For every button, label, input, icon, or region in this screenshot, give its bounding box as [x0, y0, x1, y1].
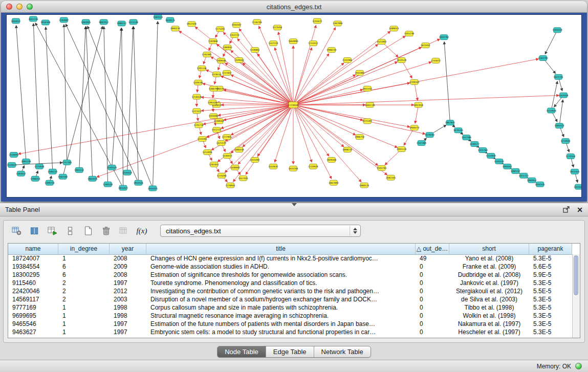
graph-node[interactable]: 1724046	[288, 102, 298, 108]
graph-node[interactable]: 1564794	[538, 56, 548, 61]
graph-node[interactable]: 1570023	[7, 162, 16, 167]
graph-node[interactable]: 1412725	[212, 127, 222, 133]
table-row[interactable]: 2242004622012Investigating the contribut…	[8, 287, 572, 295]
column-header-short[interactable]: short	[449, 244, 529, 254]
graph-node[interactable]: 1770554	[566, 154, 576, 159]
graph-node[interactable]: 1050105	[535, 182, 545, 187]
graph-node[interactable]: 1261651	[209, 162, 219, 167]
graph-node[interactable]: 1210634	[561, 139, 571, 144]
column-header-year[interactable]: year	[110, 244, 146, 254]
graph-node[interactable]: 1547386	[462, 135, 471, 140]
graph-node[interactable]: 2075397	[362, 119, 372, 124]
graph-edge[interactable]	[545, 30, 557, 54]
graph-edge[interactable]	[551, 81, 557, 111]
column-header-name[interactable]: name	[8, 244, 58, 254]
graph-edge[interactable]	[293, 105, 378, 165]
network-canvas[interactable]: 1724046160473918514421932081210296519862…	[6, 14, 582, 198]
panel-splitter-handle-icon[interactable]	[292, 203, 297, 206]
graph-node[interactable]: 1986234	[326, 48, 336, 53]
graph-node[interactable]: 1906473	[409, 125, 419, 130]
graph-node[interactable]: 1665029	[88, 176, 97, 181]
graph-edge[interactable]	[153, 21, 158, 188]
graph-node[interactable]: 2041734	[28, 16, 38, 21]
table-row[interactable]: 946362711997Embryonic stem cells: a mode…	[8, 328, 572, 336]
graph-node[interactable]: 1867893	[329, 180, 338, 185]
graph-node[interactable]: 1883905	[81, 19, 91, 25]
graph-node[interactable]: 1623451	[421, 43, 430, 48]
graph-edge[interactable]	[88, 26, 153, 188]
graph-node[interactable]: 2024501	[574, 184, 581, 189]
graph-node[interactable]: 1980124	[359, 183, 369, 188]
graph-node[interactable]: 1218426	[192, 94, 202, 99]
table-select-combo[interactable]: citations_edges.txt	[160, 225, 361, 237]
graph-edge[interactable]	[293, 105, 312, 162]
graph-node[interactable]: 1447305	[238, 176, 248, 181]
graph-node[interactable]: 1521863	[377, 39, 386, 45]
graph-node[interactable]: 1360855	[223, 45, 232, 50]
graph-node[interactable]: 1343459	[559, 93, 569, 98]
close-window-button[interactable]	[6, 4, 12, 10]
graph-node[interactable]: 1060914	[527, 178, 537, 183]
graph-node[interactable]: 1399718	[45, 180, 54, 185]
graph-node[interactable]: 1664890	[288, 39, 298, 44]
graph-node[interactable]: 1843057	[11, 18, 20, 24]
graph-node[interactable]: 2092345	[386, 175, 396, 180]
graph-node[interactable]: 1890234	[170, 26, 180, 31]
graph-node[interactable]: 1912456	[187, 21, 197, 27]
graph-node[interactable]: 1277901	[222, 135, 232, 140]
graph-node[interactable]: 1905132	[74, 167, 84, 172]
graph-node[interactable]: 1855027	[118, 185, 128, 190]
show-columns-icon[interactable]	[28, 224, 41, 237]
edit-columns-icon[interactable]	[46, 224, 59, 237]
graph-node[interactable]: 1922450	[570, 169, 580, 174]
graph-node[interactable]: 1071723	[519, 173, 529, 178]
graph-edge[interactable]	[104, 27, 108, 184]
graph-node[interactable]: 1632284	[288, 166, 298, 171]
column-header-pagerank[interactable]: pagerank	[529, 244, 572, 254]
table-row[interactable]: 1456911722003Disruption of a novel membe…	[8, 295, 572, 303]
graph-edge[interactable]	[134, 27, 139, 183]
graph-node[interactable]: 1366448	[234, 147, 244, 152]
graph-node[interactable]: 1455092	[250, 157, 260, 162]
graph-node[interactable]: 1104150	[494, 159, 504, 164]
graph-node[interactable]: 1369500	[216, 58, 226, 63]
graph-node[interactable]: 1245672	[312, 18, 322, 24]
close-panel-icon[interactable]: ✕	[577, 206, 583, 213]
graph-node[interactable]: 1760528	[103, 182, 113, 187]
graph-edge[interactable]	[415, 82, 418, 100]
table-row[interactable]: 977716911998Corpus callosum shape and si…	[8, 303, 572, 312]
graph-node[interactable]: 1209781	[193, 80, 203, 85]
graph-node[interactable]: 2140524	[107, 165, 117, 170]
graph-node[interactable]: 1950526	[134, 180, 143, 185]
graph-node[interactable]: 1430015	[223, 153, 232, 158]
graph-node[interactable]: 1809466	[326, 157, 336, 162]
graph-node[interactable]: 1610528	[397, 58, 406, 63]
graph-edge[interactable]	[444, 42, 450, 123]
graph-node[interactable]: 1590153	[48, 169, 57, 174]
graph-edge[interactable]	[293, 105, 397, 147]
graph-node[interactable]: 1227071	[192, 108, 202, 114]
table-settings-icon[interactable]	[10, 224, 23, 237]
scrollbar-thumb[interactable]	[574, 255, 578, 295]
graph-edge[interactable]	[86, 27, 93, 179]
graph-edge[interactable]	[293, 95, 559, 105]
window-titlebar[interactable]: citations_edges.txt	[1, 1, 587, 13]
graph-edge[interactable]	[293, 105, 410, 127]
graph-node[interactable]: 1421370	[216, 141, 226, 146]
graph-node[interactable]: 1807818	[413, 102, 423, 107]
graph-node[interactable]: 1679193	[425, 133, 434, 138]
graph-node[interactable]: 1275936	[34, 164, 44, 169]
graph-node[interactable]: 1547223	[269, 41, 278, 46]
row-options-icon[interactable]	[63, 224, 77, 237]
graph-node[interactable]: 1438660	[230, 165, 240, 170]
graph-edge[interactable]	[33, 24, 39, 166]
graph-edge[interactable]	[225, 105, 293, 141]
graph-node[interactable]: 1956568	[40, 20, 50, 25]
graph-node[interactable]: 1543637	[269, 164, 278, 169]
graph-node[interactable]: 2520695	[9, 152, 18, 157]
graph-node[interactable]: 1325768	[478, 148, 488, 153]
graph-node[interactable]: 1501238	[404, 31, 414, 36]
graph-edge[interactable]	[97, 105, 293, 177]
graph-node[interactable]: 1367894	[333, 21, 342, 26]
graph-node[interactable]: 1604739	[365, 102, 375, 107]
